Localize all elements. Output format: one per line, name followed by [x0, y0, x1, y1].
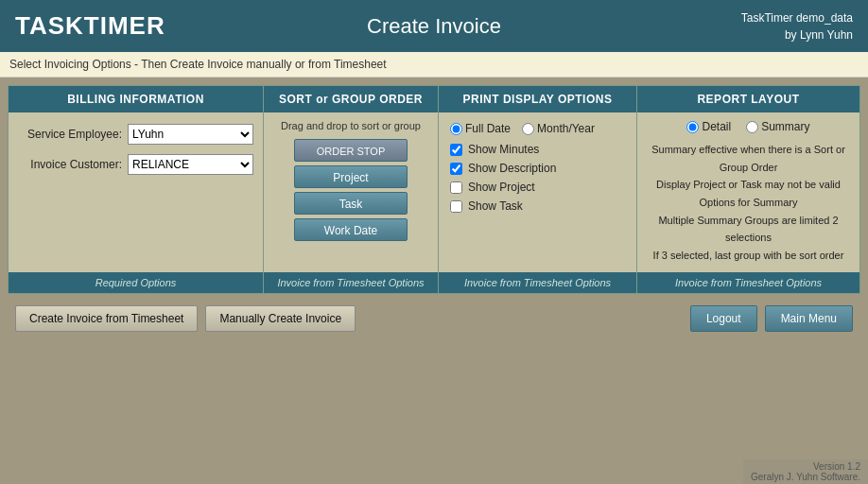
header: TASKTIMER Create Invoice TaskTimer demo_…: [0, 0, 868, 52]
show-task-row: Show Task: [450, 199, 625, 213]
logout-button[interactable]: Logout: [690, 305, 757, 332]
customer-row: Invoice Customer: RELIANCE: [18, 154, 253, 175]
task-sort-button[interactable]: Task: [294, 192, 408, 215]
report-note3: Multiple Summary Groups are limited 2 se…: [649, 212, 848, 247]
panels-row: BILLING INFORMATION Service Employee: LY…: [8, 85, 860, 294]
header-info: TaskTimer demo_data by Lynn Yuhn: [741, 9, 853, 43]
report-note1: Summary effective when there is a Sort o…: [649, 141, 848, 176]
show-minutes-checkbox[interactable]: [450, 144, 462, 156]
version-bar: Version 1.2 Geralyn J. Yuhn Software.: [743, 459, 868, 484]
header-info-line2: by Lynn Yuhn: [741, 26, 853, 43]
work-date-sort-button[interactable]: Work Date: [294, 218, 408, 241]
print-panel-body: Full Date Month/Year Show Minutes Show D…: [439, 112, 636, 272]
show-task-label: Show Task: [468, 199, 523, 213]
show-minutes-row: Show Minutes: [450, 143, 625, 156]
full-date-radio[interactable]: [450, 123, 462, 135]
create-from-timesheet-button[interactable]: Create Invoice from Timesheet: [15, 305, 198, 332]
report-panel: REPORT LAYOUT Detail Summary Summary eff…: [637, 86, 859, 293]
employee-label: Service Employee:: [18, 128, 122, 141]
show-description-label: Show Description: [468, 162, 556, 175]
report-panel-header: REPORT LAYOUT: [637, 86, 859, 112]
project-sort-button[interactable]: Project: [294, 165, 408, 188]
print-panel-header: PRINT DISPLAY OPTIONS: [439, 86, 636, 112]
sort-panel-header: SORT or GROUP ORDER: [264, 86, 438, 112]
show-minutes-label: Show Minutes: [468, 143, 539, 156]
report-panel-body: Detail Summary Summary effective when th…: [637, 112, 859, 272]
summary-label[interactable]: Summary: [746, 120, 809, 133]
subtitle-bar: Select Invoicing Options - Then Create I…: [0, 52, 868, 78]
bottom-left-actions: Create Invoice from Timesheet Manually C…: [15, 305, 356, 332]
subtitle-text: Select Invoicing Options - Then Create I…: [9, 58, 387, 71]
detail-label[interactable]: Detail: [686, 120, 731, 133]
page-title: Create Invoice: [367, 14, 501, 39]
main-menu-button[interactable]: Main Menu: [765, 305, 853, 332]
sort-panel: SORT or GROUP ORDER Drag and drop to sor…: [264, 86, 439, 293]
sort-hint: Drag and drop to sort or group: [281, 120, 421, 131]
version-line1: Version 1.2: [751, 461, 860, 472]
report-notes: Summary effective when there is a Sort o…: [649, 141, 848, 265]
date-format-group: Full Date Month/Year: [450, 122, 625, 135]
employee-select[interactable]: LYuhn: [128, 124, 253, 145]
billing-panel-header: BILLING INFORMATION: [9, 86, 263, 112]
show-project-label: Show Project: [468, 181, 535, 194]
customer-select[interactable]: RELIANCE: [128, 154, 253, 175]
sort-panel-body: Drag and drop to sort or group ORDER STO…: [264, 112, 438, 272]
full-date-label[interactable]: Full Date: [450, 122, 511, 135]
print-panel: PRINT DISPLAY OPTIONS Full Date Month/Ye…: [439, 86, 637, 293]
show-task-checkbox[interactable]: [450, 200, 462, 213]
report-panel-footer: Invoice from Timesheet Options: [637, 272, 859, 293]
order-stop-button[interactable]: ORDER STOP: [294, 139, 408, 162]
billing-panel: BILLING INFORMATION Service Employee: LY…: [9, 86, 264, 293]
show-description-row: Show Description: [450, 162, 625, 175]
report-note2: Display Project or Task may not be valid…: [649, 176, 848, 211]
header-info-line1: TaskTimer demo_data: [741, 9, 853, 26]
customer-label: Invoice Customer:: [18, 158, 122, 171]
bottom-right-actions: Logout Main Menu: [690, 305, 853, 332]
report-note4: If 3 selected, last group with be sort o…: [649, 247, 848, 265]
print-panel-footer: Invoice from Timesheet Options: [439, 272, 636, 293]
version-line2: Geralyn J. Yuhn Software.: [751, 472, 860, 482]
sort-panel-footer: Invoice from Timesheet Options: [264, 272, 438, 293]
billing-panel-footer: Required Options: [9, 272, 263, 293]
main-content: BILLING INFORMATION Service Employee: LY…: [0, 78, 868, 343]
bottom-bar: Create Invoice from Timesheet Manually C…: [8, 302, 860, 336]
manually-create-button[interactable]: Manually Create Invoice: [205, 305, 356, 332]
summary-radio[interactable]: [746, 121, 758, 133]
show-description-checkbox[interactable]: [450, 163, 462, 175]
show-project-row: Show Project: [450, 181, 625, 194]
month-year-label[interactable]: Month/Year: [522, 122, 595, 135]
app-logo: TASKTIMER: [15, 11, 165, 41]
layout-radio-group: Detail Summary: [649, 120, 848, 133]
employee-row: Service Employee: LYuhn: [18, 124, 253, 145]
billing-panel-body: Service Employee: LYuhn Invoice Customer…: [9, 112, 263, 272]
month-year-radio[interactable]: [522, 123, 534, 135]
detail-radio[interactable]: [686, 121, 699, 133]
show-project-checkbox[interactable]: [450, 182, 462, 194]
